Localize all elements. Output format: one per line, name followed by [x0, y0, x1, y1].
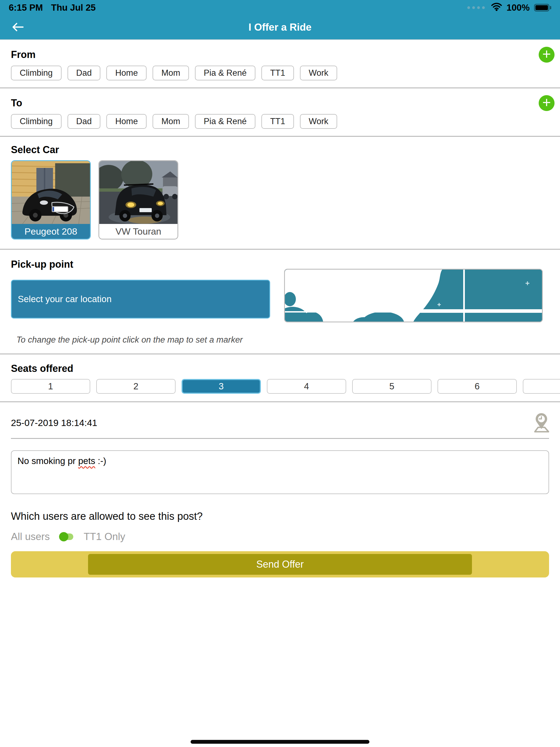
pickup-point-label: Pick-up point [11, 259, 73, 270]
cellular-signal-icon [467, 6, 485, 9]
note-text: :-) [95, 456, 106, 466]
from-chip-dad[interactable]: Dad [68, 66, 101, 80]
note-text: No smoking pr [18, 456, 78, 466]
battery-percent: 100% [507, 2, 530, 13]
nav-bar: I Offer a Ride [0, 15, 560, 40]
seat-option-4[interactable]: 4 [267, 379, 346, 394]
to-chip-work[interactable]: Work [300, 114, 337, 129]
wifi-icon [491, 2, 502, 13]
peugeot-208-photo [12, 161, 90, 224]
to-chip-dad[interactable]: Dad [68, 114, 101, 129]
visibility-toggle[interactable] [60, 534, 73, 540]
from-chip-tt1[interactable]: TT1 [261, 66, 294, 80]
toggle-knob [59, 532, 68, 541]
select-car-label: Select Car [11, 144, 59, 156]
seats-offered-label: Seats offered [11, 363, 73, 374]
add-from-location-button[interactable]: + [539, 47, 555, 62]
back-button[interactable] [10, 21, 25, 33]
to-chip-climbing[interactable]: Climbing [11, 114, 61, 129]
section-divider [0, 402, 560, 402]
from-chip-mom[interactable]: Mom [153, 66, 189, 80]
pickup-time-location-button[interactable] [532, 412, 551, 434]
map-pin-clock-icon [532, 430, 551, 434]
seat-option-3[interactable]: 3 [182, 379, 261, 394]
status-bar: 6:15 PM Thu Jul 25 100% [0, 0, 560, 15]
send-offer-button-container[interactable]: Send Offer [11, 551, 549, 577]
seat-option-7[interactable]: 7 [523, 379, 560, 394]
to-chip-pia-rene[interactable]: Pia & René [195, 114, 255, 129]
car-name-label: Peugeot 208 [12, 224, 90, 239]
from-chip-pia-rene[interactable]: Pia & René [195, 66, 255, 80]
note-textarea[interactable]: No smoking pr pets :-) [11, 450, 549, 494]
map-image [285, 269, 542, 321]
seat-option-1[interactable]: 1 [11, 379, 90, 394]
from-chip-climbing[interactable]: Climbing [11, 66, 61, 80]
from-chip-home[interactable]: Home [106, 66, 147, 80]
seat-option-2[interactable]: 2 [96, 379, 176, 394]
to-chip-row: Climbing Dad Home Mom Pia & René TT1 Wor… [11, 114, 549, 129]
from-label: From [11, 49, 35, 60]
car-list: Peugeot 208 [11, 160, 549, 239]
visibility-question: Which users are allowed to see this post… [11, 511, 549, 522]
pickup-hint-text: To change the pick-up point click on the… [11, 335, 549, 345]
divider [11, 438, 549, 439]
status-time: 6:15 PM [9, 2, 43, 13]
arrow-left-icon [11, 29, 24, 33]
plus-icon: + [542, 47, 551, 61]
car-card-peugeot-208[interactable]: Peugeot 208 [11, 160, 91, 239]
car-card-vw-touran[interactable]: VW Touran [98, 160, 178, 239]
car-name-label: VW Touran [99, 224, 177, 239]
section-divider [0, 354, 560, 354]
status-date: Thu Jul 25 [51, 2, 96, 13]
send-offer-button[interactable]: Send Offer [88, 554, 472, 575]
pickup-map[interactable] [284, 269, 543, 323]
battery-icon [534, 4, 551, 11]
to-chip-home[interactable]: Home [106, 114, 147, 129]
departure-datetime[interactable]: 25-07-2019 18:14:41 [11, 417, 97, 428]
from-chip-work[interactable]: Work [300, 66, 337, 80]
seat-option-6[interactable]: 6 [437, 379, 517, 394]
vw-touran-photo [99, 161, 177, 224]
misspelled-word: pets [78, 456, 95, 466]
to-chip-mom[interactable]: Mom [153, 114, 189, 129]
section-divider [0, 249, 560, 250]
seat-options-row: 1 2 3 4 5 6 7 [11, 379, 560, 394]
section-divider [0, 87, 560, 88]
page-title: I Offer a Ride [249, 22, 311, 33]
plus-icon: + [542, 95, 551, 110]
add-to-location-button[interactable]: + [539, 95, 555, 111]
to-label: To [11, 97, 22, 109]
home-indicator[interactable] [190, 740, 370, 744]
tt1-only-label: TT1 Only [84, 531, 125, 542]
section-divider [0, 136, 560, 137]
to-chip-tt1[interactable]: TT1 [261, 114, 294, 129]
all-users-label: All users [11, 531, 50, 542]
select-car-location-button[interactable]: Select your car location [11, 280, 270, 318]
seat-option-5[interactable]: 5 [352, 379, 432, 394]
from-chip-row: Climbing Dad Home Mom Pia & René TT1 Wor… [11, 66, 549, 80]
